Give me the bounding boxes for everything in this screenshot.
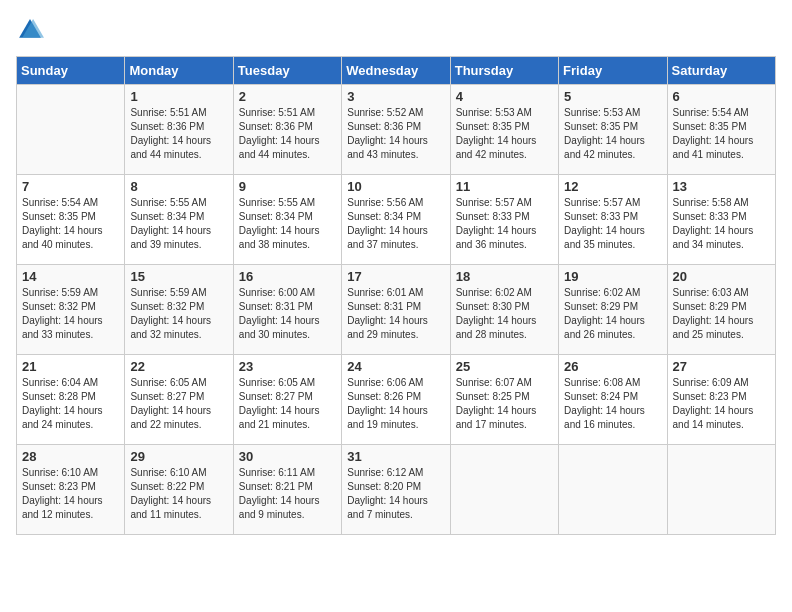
- cell-info-text: Sunrise: 5:57 AM Sunset: 8:33 PM Dayligh…: [564, 196, 661, 252]
- cell-date-number: 10: [347, 179, 444, 194]
- calendar-cell: 8Sunrise: 5:55 AM Sunset: 8:34 PM Daylig…: [125, 175, 233, 265]
- calendar-week-row: 28Sunrise: 6:10 AM Sunset: 8:23 PM Dayli…: [17, 445, 776, 535]
- calendar-table: SundayMondayTuesdayWednesdayThursdayFrid…: [16, 56, 776, 535]
- cell-date-number: 27: [673, 359, 770, 374]
- weekday-header: Monday: [125, 57, 233, 85]
- cell-info-text: Sunrise: 5:53 AM Sunset: 8:35 PM Dayligh…: [564, 106, 661, 162]
- calendar-cell: 23Sunrise: 6:05 AM Sunset: 8:27 PM Dayli…: [233, 355, 341, 445]
- cell-info-text: Sunrise: 6:02 AM Sunset: 8:29 PM Dayligh…: [564, 286, 661, 342]
- cell-info-text: Sunrise: 5:54 AM Sunset: 8:35 PM Dayligh…: [22, 196, 119, 252]
- cell-info-text: Sunrise: 5:59 AM Sunset: 8:32 PM Dayligh…: [22, 286, 119, 342]
- calendar-cell: 5Sunrise: 5:53 AM Sunset: 8:35 PM Daylig…: [559, 85, 667, 175]
- cell-info-text: Sunrise: 5:55 AM Sunset: 8:34 PM Dayligh…: [239, 196, 336, 252]
- calendar-cell: 18Sunrise: 6:02 AM Sunset: 8:30 PM Dayli…: [450, 265, 558, 355]
- calendar-cell: 11Sunrise: 5:57 AM Sunset: 8:33 PM Dayli…: [450, 175, 558, 265]
- cell-date-number: 20: [673, 269, 770, 284]
- cell-date-number: 3: [347, 89, 444, 104]
- weekday-header: Saturday: [667, 57, 775, 85]
- calendar-cell: 15Sunrise: 5:59 AM Sunset: 8:32 PM Dayli…: [125, 265, 233, 355]
- cell-date-number: 5: [564, 89, 661, 104]
- weekday-header: Thursday: [450, 57, 558, 85]
- cell-date-number: 23: [239, 359, 336, 374]
- cell-date-number: 21: [22, 359, 119, 374]
- calendar-cell: 10Sunrise: 5:56 AM Sunset: 8:34 PM Dayli…: [342, 175, 450, 265]
- cell-date-number: 9: [239, 179, 336, 194]
- calendar-week-row: 7Sunrise: 5:54 AM Sunset: 8:35 PM Daylig…: [17, 175, 776, 265]
- cell-info-text: Sunrise: 6:11 AM Sunset: 8:21 PM Dayligh…: [239, 466, 336, 522]
- cell-info-text: Sunrise: 6:04 AM Sunset: 8:28 PM Dayligh…: [22, 376, 119, 432]
- weekday-header: Sunday: [17, 57, 125, 85]
- cell-date-number: 8: [130, 179, 227, 194]
- calendar-cell: 3Sunrise: 5:52 AM Sunset: 8:36 PM Daylig…: [342, 85, 450, 175]
- calendar-cell: 13Sunrise: 5:58 AM Sunset: 8:33 PM Dayli…: [667, 175, 775, 265]
- calendar-week-row: 14Sunrise: 5:59 AM Sunset: 8:32 PM Dayli…: [17, 265, 776, 355]
- cell-info-text: Sunrise: 5:58 AM Sunset: 8:33 PM Dayligh…: [673, 196, 770, 252]
- calendar-cell: 19Sunrise: 6:02 AM Sunset: 8:29 PM Dayli…: [559, 265, 667, 355]
- cell-date-number: 26: [564, 359, 661, 374]
- calendar-cell: 12Sunrise: 5:57 AM Sunset: 8:33 PM Dayli…: [559, 175, 667, 265]
- calendar-cell: 14Sunrise: 5:59 AM Sunset: 8:32 PM Dayli…: [17, 265, 125, 355]
- cell-info-text: Sunrise: 5:55 AM Sunset: 8:34 PM Dayligh…: [130, 196, 227, 252]
- calendar-cell: [17, 85, 125, 175]
- cell-date-number: 22: [130, 359, 227, 374]
- calendar-header-row: SundayMondayTuesdayWednesdayThursdayFrid…: [17, 57, 776, 85]
- cell-date-number: 31: [347, 449, 444, 464]
- cell-date-number: 1: [130, 89, 227, 104]
- cell-date-number: 6: [673, 89, 770, 104]
- cell-info-text: Sunrise: 6:07 AM Sunset: 8:25 PM Dayligh…: [456, 376, 553, 432]
- cell-date-number: 13: [673, 179, 770, 194]
- cell-date-number: 30: [239, 449, 336, 464]
- page-header: [16, 16, 776, 44]
- cell-date-number: 14: [22, 269, 119, 284]
- cell-info-text: Sunrise: 6:08 AM Sunset: 8:24 PM Dayligh…: [564, 376, 661, 432]
- cell-date-number: 11: [456, 179, 553, 194]
- cell-info-text: Sunrise: 5:54 AM Sunset: 8:35 PM Dayligh…: [673, 106, 770, 162]
- cell-date-number: 4: [456, 89, 553, 104]
- weekday-header: Tuesday: [233, 57, 341, 85]
- cell-info-text: Sunrise: 5:57 AM Sunset: 8:33 PM Dayligh…: [456, 196, 553, 252]
- calendar-cell: 17Sunrise: 6:01 AM Sunset: 8:31 PM Dayli…: [342, 265, 450, 355]
- cell-info-text: Sunrise: 5:52 AM Sunset: 8:36 PM Dayligh…: [347, 106, 444, 162]
- calendar-cell: 2Sunrise: 5:51 AM Sunset: 8:36 PM Daylig…: [233, 85, 341, 175]
- cell-date-number: 12: [564, 179, 661, 194]
- calendar-week-row: 21Sunrise: 6:04 AM Sunset: 8:28 PM Dayli…: [17, 355, 776, 445]
- calendar-week-row: 1Sunrise: 5:51 AM Sunset: 8:36 PM Daylig…: [17, 85, 776, 175]
- cell-date-number: 15: [130, 269, 227, 284]
- weekday-header: Wednesday: [342, 57, 450, 85]
- cell-info-text: Sunrise: 5:51 AM Sunset: 8:36 PM Dayligh…: [239, 106, 336, 162]
- calendar-cell: 24Sunrise: 6:06 AM Sunset: 8:26 PM Dayli…: [342, 355, 450, 445]
- logo-icon: [16, 16, 44, 44]
- cell-info-text: Sunrise: 5:53 AM Sunset: 8:35 PM Dayligh…: [456, 106, 553, 162]
- cell-date-number: 28: [22, 449, 119, 464]
- weekday-header: Friday: [559, 57, 667, 85]
- calendar-cell: 9Sunrise: 5:55 AM Sunset: 8:34 PM Daylig…: [233, 175, 341, 265]
- calendar-cell: 6Sunrise: 5:54 AM Sunset: 8:35 PM Daylig…: [667, 85, 775, 175]
- calendar-cell: 28Sunrise: 6:10 AM Sunset: 8:23 PM Dayli…: [17, 445, 125, 535]
- cell-date-number: 2: [239, 89, 336, 104]
- cell-info-text: Sunrise: 6:06 AM Sunset: 8:26 PM Dayligh…: [347, 376, 444, 432]
- calendar-cell: 4Sunrise: 5:53 AM Sunset: 8:35 PM Daylig…: [450, 85, 558, 175]
- cell-info-text: Sunrise: 6:09 AM Sunset: 8:23 PM Dayligh…: [673, 376, 770, 432]
- calendar-cell: [450, 445, 558, 535]
- cell-info-text: Sunrise: 5:59 AM Sunset: 8:32 PM Dayligh…: [130, 286, 227, 342]
- cell-info-text: Sunrise: 5:56 AM Sunset: 8:34 PM Dayligh…: [347, 196, 444, 252]
- calendar-cell: 16Sunrise: 6:00 AM Sunset: 8:31 PM Dayli…: [233, 265, 341, 355]
- calendar-cell: 27Sunrise: 6:09 AM Sunset: 8:23 PM Dayli…: [667, 355, 775, 445]
- cell-date-number: 17: [347, 269, 444, 284]
- calendar-cell: 30Sunrise: 6:11 AM Sunset: 8:21 PM Dayli…: [233, 445, 341, 535]
- calendar-cell: 20Sunrise: 6:03 AM Sunset: 8:29 PM Dayli…: [667, 265, 775, 355]
- logo: [16, 16, 48, 44]
- cell-info-text: Sunrise: 6:05 AM Sunset: 8:27 PM Dayligh…: [239, 376, 336, 432]
- calendar-cell: [667, 445, 775, 535]
- cell-info-text: Sunrise: 6:05 AM Sunset: 8:27 PM Dayligh…: [130, 376, 227, 432]
- cell-info-text: Sunrise: 6:02 AM Sunset: 8:30 PM Dayligh…: [456, 286, 553, 342]
- cell-date-number: 19: [564, 269, 661, 284]
- calendar-cell: 22Sunrise: 6:05 AM Sunset: 8:27 PM Dayli…: [125, 355, 233, 445]
- calendar-cell: 1Sunrise: 5:51 AM Sunset: 8:36 PM Daylig…: [125, 85, 233, 175]
- cell-info-text: Sunrise: 6:10 AM Sunset: 8:23 PM Dayligh…: [22, 466, 119, 522]
- cell-date-number: 24: [347, 359, 444, 374]
- calendar-cell: 25Sunrise: 6:07 AM Sunset: 8:25 PM Dayli…: [450, 355, 558, 445]
- cell-info-text: Sunrise: 6:12 AM Sunset: 8:20 PM Dayligh…: [347, 466, 444, 522]
- cell-date-number: 25: [456, 359, 553, 374]
- cell-info-text: Sunrise: 6:10 AM Sunset: 8:22 PM Dayligh…: [130, 466, 227, 522]
